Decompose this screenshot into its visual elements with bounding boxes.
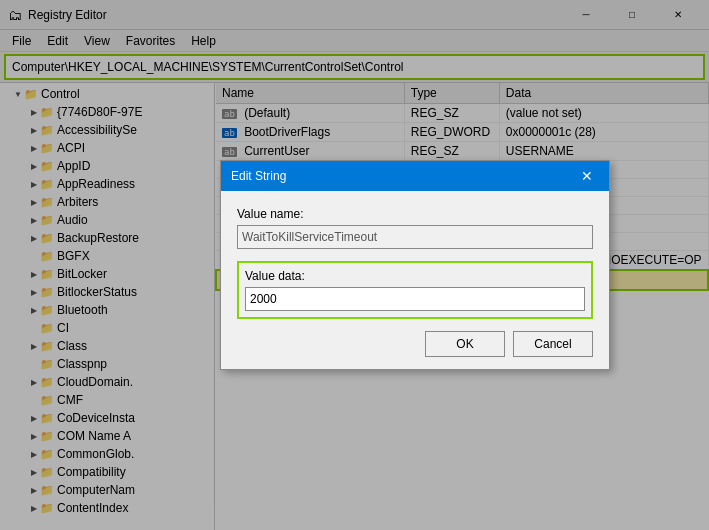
cancel-button[interactable]: Cancel bbox=[513, 331, 593, 357]
dialog-title: Edit String bbox=[231, 169, 575, 183]
value-data-input[interactable] bbox=[245, 287, 585, 311]
value-name-label: Value name: bbox=[237, 207, 593, 221]
ok-button[interactable]: OK bbox=[425, 331, 505, 357]
dialog-close-button[interactable]: ✕ bbox=[575, 164, 599, 188]
dialog-title-bar: Edit String ✕ bbox=[221, 161, 609, 191]
value-name-input[interactable] bbox=[237, 225, 593, 249]
dialog-buttons: OK Cancel bbox=[237, 331, 593, 357]
value-data-section: Value data: bbox=[237, 261, 593, 319]
edit-string-dialog: Edit String ✕ Value name: Value data: OK… bbox=[220, 160, 610, 370]
dialog-body: Value name: Value data: OK Cancel bbox=[221, 191, 609, 369]
value-data-label: Value data: bbox=[245, 269, 585, 283]
